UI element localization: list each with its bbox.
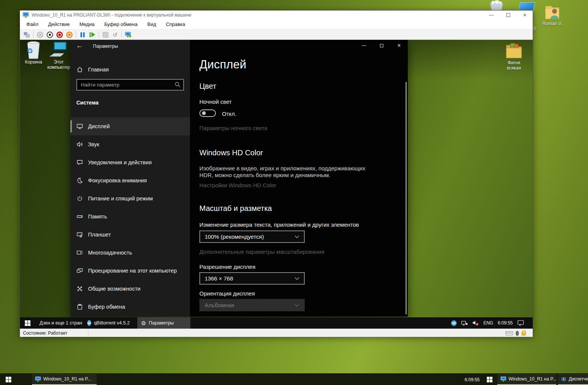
ctrl-alt-del-icon[interactable]	[23, 31, 30, 38]
sidebar-item-power-sleep[interactable]: Питание и спящий режим	[70, 189, 190, 208]
sidebar-item-label: Дисплей	[88, 123, 110, 129]
settings-maximize-button[interactable]	[373, 40, 390, 51]
resolution-dropdown[interactable]: 1366 × 768	[199, 272, 305, 285]
guest-folder-label: Фигня всякая	[502, 60, 526, 71]
tablet-icon	[76, 231, 83, 238]
checkpoint-icon[interactable]	[102, 31, 109, 38]
scaling-value: 100% (рекомендуется)	[205, 233, 264, 240]
sidebar-item-display[interactable]: Дисплей	[70, 117, 190, 135]
vm-toolbar: ↺	[20, 29, 533, 40]
menu-action[interactable]: Действие	[43, 20, 74, 29]
chevron-down-icon	[295, 235, 299, 238]
sidebar-item-sound[interactable]: Звук	[70, 135, 190, 153]
sidebar-item-label: Фокусировка внимания	[88, 177, 147, 183]
guest-task-settings[interactable]: ⚙ Параметры	[137, 317, 190, 329]
sidebar-item-projecting[interactable]: Проецирование на этот компьютер	[70, 262, 190, 280]
settings-scrollbar[interactable]	[406, 82, 407, 314]
host-icon-roman-label: Roman V.	[541, 21, 564, 26]
advanced-scaling-link[interactable]: Дополнительные параметры масштабирования	[199, 249, 324, 255]
search-input[interactable]	[76, 79, 184, 91]
vm-guest-desktop: ♻ Корзина Этот компьютер	[20, 40, 533, 329]
settings-search	[76, 79, 184, 91]
menu-file[interactable]: Файл	[21, 20, 43, 29]
vm-statusbar: Состояние: Работает	[20, 329, 533, 337]
scaling-dropdown[interactable]: 100% (рекомендуется)	[199, 230, 305, 243]
vm-maximize-button[interactable]	[506, 13, 510, 17]
sidebar-item-home[interactable]: Главная	[70, 62, 190, 77]
settings-minimize-button[interactable]: —	[355, 40, 373, 51]
resolution-value: 1366 × 768	[205, 275, 233, 282]
sidebar-item-storage[interactable]: Память	[70, 208, 190, 226]
qbittorrent-tray-icon[interactable]: qb	[451, 320, 457, 326]
guest-system-tray: qb ENG 6:09:55	[451, 317, 533, 329]
guest-icon-this-pc[interactable]: Этот компьютер	[47, 41, 70, 70]
host-start-button[interactable]	[0, 374, 17, 385]
guest-clock[interactable]: 6:09:55	[498, 320, 513, 326]
host-task-manager[interactable]: Диспетчер	[558, 374, 588, 385]
vm-close-button[interactable]: ✕	[523, 13, 527, 17]
menu-media[interactable]: Медиа	[74, 20, 99, 29]
windows-logo-icon	[25, 320, 30, 326]
host-blue-folder-icon[interactable]	[518, 2, 535, 11]
host-task-vmconnect-2[interactable]: Windows_10_R1 на P...	[497, 374, 556, 385]
guest-task-edge[interactable]: Дзен и еще 1 страни...	[33, 317, 82, 329]
menu-view[interactable]: Вид	[142, 20, 161, 29]
sidebar-item-tablet[interactable]: Планшет	[70, 226, 190, 244]
sidebar-item-clipboard[interactable]: Буфер обмена	[70, 298, 190, 316]
sidebar-item-label: Буфер обмена	[88, 304, 125, 310]
night-light-settings-link[interactable]: Параметры ночного света	[199, 125, 267, 131]
start-vm-icon[interactable]	[36, 31, 43, 38]
save-state-icon[interactable]	[66, 31, 73, 38]
sidebar-item-shared-experiences[interactable]: Общие возможности	[70, 280, 190, 298]
guest-icon-recycle-bin[interactable]: ♻ Корзина	[22, 41, 45, 65]
settings-close-button[interactable]: ✕	[390, 40, 408, 51]
task-label: Windows_10_R1 на P...	[509, 376, 556, 382]
guest-start-button[interactable]	[20, 317, 35, 329]
vm-titlebar[interactable]: Windows_10_R1 на PROLIANT-DL380 - подклю…	[20, 11, 533, 19]
host-icon-roman[interactable]: Roman V.	[541, 4, 564, 26]
storage-icon	[76, 213, 83, 220]
sidebar-item-notifications[interactable]: Уведомления и действия	[70, 153, 190, 171]
host-start-button-2[interactable]	[482, 374, 497, 385]
hdr-settings-link[interactable]: Настройки Windows HD Color	[199, 182, 276, 188]
sidebar-item-multitasking[interactable]: Многозадачность	[70, 244, 190, 262]
back-icon[interactable]: ←	[76, 42, 83, 50]
enhanced-session-icon[interactable]	[125, 31, 132, 38]
qbittorrent-icon: qb	[87, 320, 91, 326]
shut-down-icon[interactable]	[56, 31, 63, 38]
host-task-vmconnect-1[interactable]: Windows_10_R1 на P...	[32, 374, 97, 385]
color-heading: Цвет	[199, 82, 216, 91]
guest-this-pc-label: Этот компьютер	[47, 59, 70, 70]
guest-task-qbittorrent[interactable]: qb qBittorrent v4.5.2	[84, 317, 131, 329]
language-indicator[interactable]: ENG	[483, 320, 493, 326]
revert-icon[interactable]: ↺	[112, 31, 119, 38]
task-label: Параметры	[149, 320, 174, 326]
sidebar-section-title: Система	[76, 100, 99, 106]
host-taskbar: Windows_10_R1 на P... 6:09:55 Windows_10…	[0, 373, 588, 385]
turn-off-icon[interactable]	[46, 31, 53, 38]
menu-help[interactable]: Справка	[161, 20, 190, 29]
orientation-dropdown[interactable]: Альбомная	[199, 299, 305, 311]
action-center-icon[interactable]	[517, 320, 524, 326]
guest-taskbar: Дзен и еще 1 страни... qb qBittorrent v4…	[20, 317, 533, 329]
toolbar-separator	[33, 31, 33, 38]
host-partial-icon-label: р	[533, 26, 536, 31]
sidebar-item-label: Главная	[88, 67, 109, 73]
reset-icon[interactable]	[89, 31, 96, 38]
hyperv-monitor-icon	[23, 12, 29, 18]
guest-icon-folder[interactable]: Фигня всякая	[502, 41, 526, 71]
gear-icon: ⚙	[141, 320, 146, 326]
orientation-value: Альбомная	[205, 302, 234, 308]
volume-muted-icon[interactable]	[472, 320, 479, 326]
pause-icon[interactable]	[79, 31, 86, 38]
sidebar-item-focus-assist[interactable]: Фокусировка внимания	[70, 171, 190, 189]
scale-layout-heading: Масштаб и разметка	[199, 204, 272, 213]
menu-clipboard[interactable]: Буфер обмена	[99, 20, 142, 29]
task-label: Диспетчер	[569, 376, 588, 382]
multitasking-icon	[76, 249, 83, 256]
host-recycle-bin-icon[interactable]	[486, 0, 506, 11]
network-tray-icon[interactable]	[461, 320, 468, 326]
host-clock[interactable]: 6:09:55	[448, 374, 480, 385]
vm-minimize-button[interactable]: —	[489, 13, 494, 17]
night-light-toggle[interactable]	[199, 109, 216, 117]
